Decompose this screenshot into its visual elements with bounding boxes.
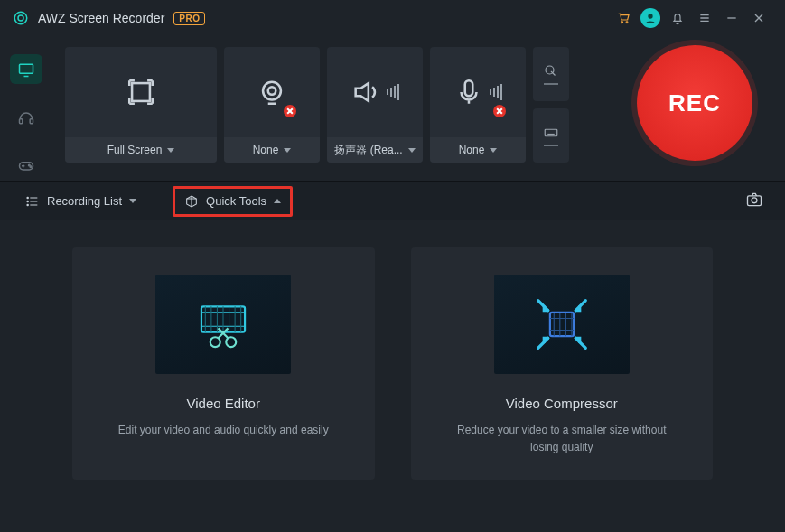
svg-rect-14 xyxy=(465,80,473,96)
menu-icon[interactable] xyxy=(691,5,718,32)
svg-point-19 xyxy=(27,204,28,205)
card-editor-desc: Edit your video and audio quickly and ea… xyxy=(118,422,329,439)
record-label: REC xyxy=(668,89,721,117)
region-select-label: Full Screen xyxy=(107,144,163,156)
user-avatar[interactable] xyxy=(637,5,664,32)
svg-point-10 xyxy=(30,166,32,168)
minimize-icon[interactable] xyxy=(718,5,745,32)
svg-point-1 xyxy=(18,15,23,21)
app-title: AWZ Screen Recorder xyxy=(38,11,164,25)
svg-point-2 xyxy=(621,22,623,23)
tile-region[interactable]: Full Screen xyxy=(65,47,217,163)
capture-tiles: Full Screen None xyxy=(52,36,637,181)
mode-audio[interactable] xyxy=(10,102,42,132)
mini-cursor[interactable] xyxy=(533,47,569,101)
speaker-icon xyxy=(327,47,423,137)
svg-point-4 xyxy=(648,14,652,18)
app-logo-icon xyxy=(13,10,29,26)
tile-speaker[interactable]: 扬声器 (Rea... xyxy=(327,47,423,163)
recording-list-label: Recording List xyxy=(47,194,122,208)
svg-rect-16 xyxy=(545,129,557,136)
titlebar: AWZ Screen Recorder PRO xyxy=(0,0,785,36)
capture-row: Full Screen None xyxy=(0,36,785,181)
svg-rect-5 xyxy=(20,64,33,73)
svg-point-17 xyxy=(27,197,28,198)
webcam-select[interactable]: None xyxy=(224,137,320,163)
video-editor-icon xyxy=(155,275,291,374)
quick-tools-label: Quick Tools xyxy=(206,194,266,208)
mini-tiles xyxy=(533,47,569,163)
webcam-select-label: None xyxy=(253,144,279,156)
app-window: AWZ Screen Recorder PRO xyxy=(0,0,785,532)
quick-tools-button[interactable]: Quick Tools xyxy=(173,186,293,217)
svg-point-13 xyxy=(268,87,276,95)
region-select[interactable]: Full Screen xyxy=(65,137,217,163)
mic-disabled-icon xyxy=(493,105,506,117)
webcam-icon xyxy=(224,47,320,137)
mic-select-label: None xyxy=(459,144,485,156)
video-compressor-icon xyxy=(494,275,630,374)
mode-game[interactable] xyxy=(10,151,42,181)
svg-point-18 xyxy=(27,201,28,201)
svg-point-21 xyxy=(752,197,757,202)
card-compressor-title: Video Compressor xyxy=(506,396,618,411)
mic-select[interactable]: None xyxy=(430,137,526,163)
svg-rect-11 xyxy=(132,83,150,101)
recording-list-button[interactable]: Recording List xyxy=(16,189,145,214)
card-video-compressor[interactable]: Video Compressor Reduce your video to a … xyxy=(411,247,714,480)
svg-rect-7 xyxy=(30,119,33,124)
webcam-disabled-icon xyxy=(284,105,296,117)
card-video-editor[interactable]: Video Editor Edit your video and audio q… xyxy=(72,247,375,480)
record-button[interactable]: REC xyxy=(637,45,752,161)
tools-grid: Video Editor Edit your video and audio q… xyxy=(0,220,785,507)
cart-icon[interactable] xyxy=(610,5,637,32)
region-icon xyxy=(65,47,217,137)
svg-point-0 xyxy=(14,12,27,24)
mic-icon xyxy=(430,47,526,137)
mode-sidebar xyxy=(0,36,52,181)
sub-toolbar: Recording List Quick Tools xyxy=(0,181,785,220)
card-compressor-desc: Reduce your video to a smaller size with… xyxy=(444,422,679,456)
svg-point-3 xyxy=(626,22,628,23)
pro-badge: PRO xyxy=(173,12,205,25)
close-icon[interactable] xyxy=(745,5,772,32)
tile-webcam[interactable]: None xyxy=(224,47,320,163)
tile-mic[interactable]: None xyxy=(430,47,526,163)
mode-screen[interactable] xyxy=(10,54,42,84)
mini-keyboard[interactable] xyxy=(533,108,569,163)
screenshot-icon[interactable] xyxy=(745,191,763,212)
speaker-select[interactable]: 扬声器 (Rea... xyxy=(327,137,423,163)
svg-point-12 xyxy=(263,82,281,100)
card-editor-title: Video Editor xyxy=(187,396,260,411)
svg-rect-6 xyxy=(20,119,23,124)
bell-icon[interactable] xyxy=(664,5,691,32)
rec-wrap: REC xyxy=(637,36,785,181)
speaker-select-label: 扬声器 (Rea... xyxy=(334,143,402,158)
